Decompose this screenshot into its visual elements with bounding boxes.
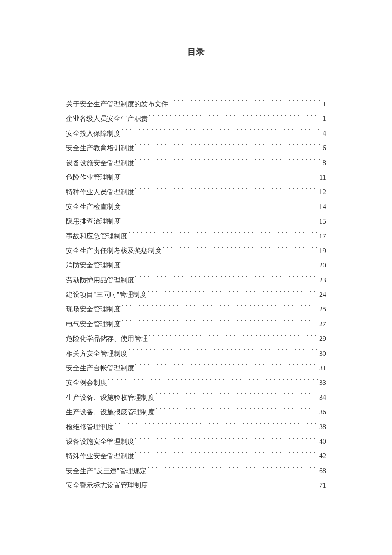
toc-dot-leader bbox=[121, 261, 318, 267]
toc-dot-leader bbox=[121, 202, 318, 209]
toc-dot-leader bbox=[169, 99, 322, 106]
toc-entry-label: 安全投入保障制度 bbox=[66, 126, 121, 141]
toc-list: 关于安全生产管理制度的发布文件1企业各级人员安全生产职责1安全投入保障制度4安全… bbox=[66, 97, 326, 493]
toc-entry: 特种作业人员管理制度12 bbox=[66, 185, 326, 199]
toc-entry: 安全警示标志设置管理制度71 bbox=[66, 478, 326, 493]
toc-entry-page: 23 bbox=[319, 273, 326, 288]
toc-entry: 生产设备、设施报废管理制度36 bbox=[66, 405, 326, 419]
toc-entry-page: 29 bbox=[319, 331, 326, 346]
toc-entry: 生产设备、设施验收管理制度34 bbox=[66, 390, 326, 405]
toc-entry: 现场安全管理制度25 bbox=[66, 302, 326, 317]
toc-entry: 关于安全生产管理制度的发布文件1 bbox=[66, 97, 326, 111]
toc-entry-page: 1 bbox=[323, 97, 326, 111]
toc-entry-page: 17 bbox=[319, 229, 326, 244]
toc-entry: 危险作业管理制度11 bbox=[66, 170, 326, 185]
toc-entry-page: 15 bbox=[319, 214, 326, 229]
toc-entry: 企业各级人员安全生产职责1 bbox=[66, 111, 326, 126]
toc-entry-label: 安全生产责任制考核及奖惩制度 bbox=[66, 244, 161, 258]
toc-dot-leader bbox=[128, 349, 318, 356]
toc-entry-label: 安全生产"反三违"管理规定 bbox=[66, 464, 147, 478]
toc-entry-label: 设备设施安全管理制度 bbox=[66, 434, 134, 449]
toc-dot-leader bbox=[121, 217, 318, 224]
toc-entry-page: 19 bbox=[319, 244, 326, 258]
toc-entry-label: 隐患排查治理制度 bbox=[66, 214, 121, 229]
toc-entry-label: 安全例会制度 bbox=[66, 375, 107, 390]
toc-dot-leader bbox=[121, 129, 322, 136]
toc-entry-label: 消防安全管理制度 bbox=[66, 258, 121, 273]
toc-entry-page: 33 bbox=[319, 375, 326, 390]
toc-entry-label: 生产设备、设施报废管理制度 bbox=[66, 405, 155, 419]
toc-dot-leader bbox=[108, 378, 318, 385]
toc-dot-leader bbox=[121, 320, 318, 326]
toc-entry-label: 检维修管理制度 bbox=[66, 420, 114, 434]
toc-entry-label: 事故和应急管理制度 bbox=[66, 229, 127, 244]
toc-entry-label: 安全生产检查制度 bbox=[66, 200, 121, 214]
toc-dot-leader bbox=[149, 481, 318, 488]
toc-title: 目录 bbox=[66, 46, 326, 58]
toc-dot-leader bbox=[135, 451, 318, 458]
toc-entry-page: 4 bbox=[323, 126, 326, 141]
toc-entry: 安全生产"反三违"管理规定68 bbox=[66, 464, 326, 478]
toc-entry-page: 38 bbox=[319, 420, 326, 434]
toc-entry-page: 20 bbox=[319, 258, 326, 273]
toc-entry: 安全生产责任制考核及奖惩制度19 bbox=[66, 244, 326, 258]
toc-dot-leader bbox=[162, 246, 318, 253]
toc-entry-label: 安全生产台帐管理制度 bbox=[66, 361, 134, 375]
toc-entry: 危险化学品储存、使用管理29 bbox=[66, 331, 326, 346]
toc-dot-leader bbox=[147, 466, 318, 473]
toc-entry: 安全生产检查制度14 bbox=[66, 200, 326, 214]
toc-dot-leader bbox=[135, 187, 318, 194]
toc-entry: 消防安全管理制度20 bbox=[66, 258, 326, 273]
toc-entry-page: 11 bbox=[320, 170, 326, 185]
toc-entry-label: 劳动防护用品管理制度 bbox=[66, 273, 134, 288]
toc-entry-label: 安全警示标志设置管理制度 bbox=[66, 478, 148, 493]
toc-dot-leader bbox=[149, 114, 322, 121]
toc-entry: 电气安全管理制度27 bbox=[66, 317, 326, 331]
toc-dot-leader bbox=[135, 363, 318, 370]
toc-entry-page: 27 bbox=[319, 317, 326, 331]
toc-entry-page: 6 bbox=[323, 141, 326, 155]
toc-entry-label: 现场安全管理制度 bbox=[66, 302, 121, 317]
toc-entry-label: 关于安全生产管理制度的发布文件 bbox=[66, 97, 168, 111]
toc-entry: 建设项目"三同时"管理制度24 bbox=[66, 288, 326, 302]
toc-entry-page: 42 bbox=[319, 449, 326, 463]
toc-entry-page: 24 bbox=[319, 288, 326, 302]
toc-entry-label: 特种作业人员管理制度 bbox=[66, 185, 134, 199]
toc-dot-leader bbox=[156, 407, 318, 414]
toc-dot-leader bbox=[149, 334, 318, 341]
toc-dot-leader bbox=[135, 276, 318, 282]
toc-dot-leader bbox=[115, 422, 318, 429]
toc-entry-page: 8 bbox=[323, 156, 326, 170]
toc-entry-page: 34 bbox=[319, 390, 326, 405]
toc-dot-leader bbox=[135, 158, 322, 165]
toc-entry-page: 40 bbox=[319, 434, 326, 449]
toc-dot-leader bbox=[135, 143, 322, 150]
toc-entry: 安全例会制度33 bbox=[66, 375, 326, 390]
toc-entry-label: 建设项目"三同时"管理制度 bbox=[66, 288, 147, 302]
toc-entry: 检维修管理制度38 bbox=[66, 420, 326, 434]
toc-entry-page: 71 bbox=[319, 478, 326, 493]
toc-entry-page: 30 bbox=[319, 346, 326, 361]
toc-entry: 事故和应急管理制度17 bbox=[66, 229, 326, 244]
toc-entry-page: 25 bbox=[319, 302, 326, 317]
toc-entry: 安全生产台帐管理制度31 bbox=[66, 361, 326, 375]
toc-dot-leader bbox=[135, 437, 318, 444]
toc-entry-label: 电气安全管理制度 bbox=[66, 317, 121, 331]
toc-entry-page: 12 bbox=[319, 185, 326, 199]
toc-entry-label: 危险作业管理制度 bbox=[66, 170, 121, 185]
toc-entry-label: 危险化学品储存、使用管理 bbox=[66, 331, 148, 346]
toc-entry: 隐患排查治理制度15 bbox=[66, 214, 326, 229]
toc-entry: 相关方安全管理制度30 bbox=[66, 346, 326, 361]
toc-entry: 劳动防护用品管理制度23 bbox=[66, 273, 326, 288]
toc-dot-leader bbox=[121, 173, 319, 180]
toc-entry-label: 相关方安全管理制度 bbox=[66, 346, 127, 361]
toc-dot-leader bbox=[121, 305, 318, 311]
toc-dot-leader bbox=[156, 393, 318, 400]
toc-entry: 设备设施安全管理制度40 bbox=[66, 434, 326, 449]
toc-entry: 设备设施安全管理制度8 bbox=[66, 156, 326, 170]
toc-entry-label: 设备设施安全管理制度 bbox=[66, 156, 134, 170]
toc-entry-page: 68 bbox=[319, 464, 326, 478]
toc-dot-leader bbox=[128, 232, 318, 238]
toc-entry: 特殊作业安全管理制度42 bbox=[66, 449, 326, 463]
toc-entry-page: 36 bbox=[319, 405, 326, 419]
